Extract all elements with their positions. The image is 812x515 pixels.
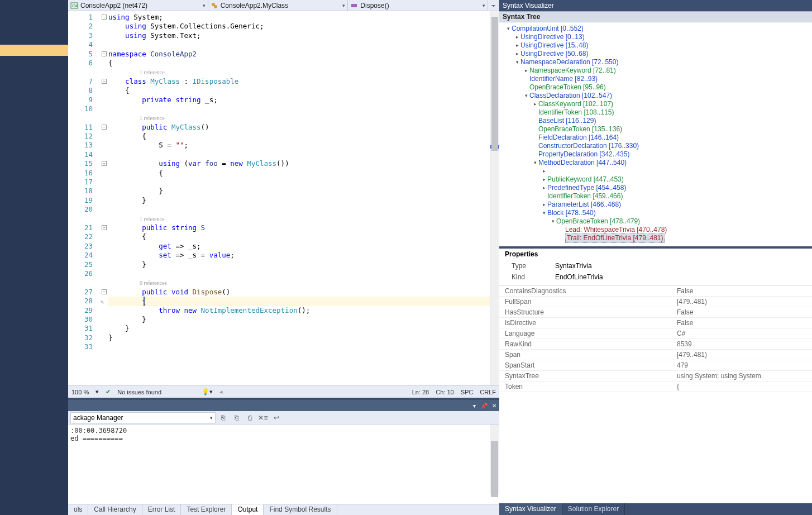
- check-icon: ✔: [106, 388, 111, 395]
- tree-node[interactable]: ▸UsingDirective [50..68): [500, 50, 812, 58]
- panel-title: Syntax Visualizer: [499, 0, 812, 11]
- member-dropdown[interactable]: Dispose() ▾: [348, 0, 488, 11]
- bottom-tab[interactable]: Find Symbol Results: [264, 504, 337, 515]
- tree-node[interactable]: ▸UsingDirective [0..13): [500, 33, 812, 41]
- chevron-down-icon: ▾: [342, 3, 345, 8]
- tree-node[interactable]: ▾Block [478..540): [500, 209, 812, 217]
- tree-node[interactable]: IdentifierToken [108..115): [500, 108, 812, 117]
- tree-node[interactable]: BaseList [116..129): [500, 117, 812, 125]
- properties-grid[interactable]: ContainsDiagnosticsFalseFullSpan[479..48…: [499, 285, 812, 503]
- output-toolbar-button[interactable]: ⎘: [217, 412, 229, 423]
- property-row[interactable]: SpanStart479: [499, 360, 812, 371]
- fold-toggle[interactable]: −: [102, 79, 107, 84]
- right-panel-tab[interactable]: Syntax Visualizer: [499, 503, 562, 515]
- word-wrap-button[interactable]: ↩: [270, 412, 283, 423]
- svg-rect-4: [351, 4, 357, 7]
- tree-node[interactable]: OpenBraceToken [95..96): [500, 83, 812, 92]
- output-content[interactable]: :00:00.3698720ed ==========: [68, 425, 499, 504]
- code-area[interactable]: using System; using System.Collections.G…: [108, 11, 490, 385]
- bottom-tab[interactable]: ols: [68, 504, 88, 515]
- tree-node[interactable]: ▸ParameterList [466..468): [500, 201, 812, 209]
- project-dropdown[interactable]: C# ConsoleApp2 (net472) ▾: [68, 0, 208, 11]
- property-row[interactable]: FullSpan[479..481): [499, 297, 812, 307]
- split-icon: ⫟: [490, 2, 497, 9]
- chevron-down-icon: ▾: [210, 415, 213, 421]
- tree-node[interactable]: ▸: [500, 167, 812, 175]
- property-row[interactable]: RawKind8539: [499, 339, 812, 350]
- scrollbar-thumb[interactable]: [491, 441, 498, 497]
- fold-toggle[interactable]: −: [102, 289, 107, 294]
- close-icon[interactable]: ✕: [489, 403, 499, 409]
- csharp-project-icon: C#: [70, 2, 78, 9]
- zoom-level[interactable]: 100 %: [71, 389, 89, 395]
- tree-node[interactable]: OpenBraceToken [135..136): [500, 125, 812, 133]
- class-dropdown[interactable]: ConsoleApp2.MyClass ▾: [208, 0, 348, 11]
- fold-toggle[interactable]: −: [102, 161, 107, 166]
- property-row[interactable]: SyntaxTreeusing System; using System: [499, 371, 812, 382]
- pin-icon[interactable]: 📌: [479, 403, 489, 409]
- property-row[interactable]: ContainsDiagnosticsFalse: [499, 286, 812, 297]
- output-scrollbar[interactable]: [490, 425, 499, 494]
- fold-toggle[interactable]: −: [102, 15, 107, 20]
- lineending-indicator: CRLF: [480, 389, 496, 395]
- syntax-tree[interactable]: ▾CompilationUnit [0..552)▸UsingDirective…: [499, 22, 812, 246]
- window-menu-icon[interactable]: ▾: [469, 403, 479, 409]
- fold-toggle[interactable]: −: [102, 51, 107, 56]
- bottom-tab-strip: olsCall HierarchyError ListTest Explorer…: [68, 504, 499, 515]
- bottom-tab[interactable]: Test Explorer: [181, 504, 232, 515]
- tree-node[interactable]: ▾NamespaceDeclaration [72..550): [500, 58, 812, 66]
- property-row[interactable]: Span[479..481): [499, 350, 812, 360]
- navigation-bar: C# ConsoleApp2 (net472) ▾ ConsoleApp2.My…: [68, 0, 499, 11]
- tree-node[interactable]: PropertyDeclaration [342..435): [500, 150, 812, 159]
- svg-point-3: [214, 5, 217, 8]
- fold-toggle[interactable]: −: [102, 225, 107, 230]
- tree-node[interactable]: ConstructorDeclaration [176..330): [500, 142, 812, 150]
- split-button[interactable]: ⫟: [488, 0, 499, 11]
- right-panel-tab[interactable]: Solution Explorer: [562, 503, 625, 515]
- output-source-dropdown[interactable]: ackage Manager ▾: [70, 412, 216, 423]
- fold-gutter: −−−−−−−: [101, 11, 108, 385]
- syntax-visualizer-panel: Syntax Visualizer Syntax Tree ▾Compilati…: [499, 0, 812, 515]
- issues-text: No issues found: [117, 389, 161, 395]
- properties-header: Properties: [499, 246, 812, 258]
- tree-node[interactable]: Lead: WhitespaceTrivia [470..478): [500, 226, 812, 234]
- tree-node[interactable]: ▾CompilationUnit [0..552): [500, 25, 812, 33]
- left-margin: [0, 0, 68, 515]
- editor-scrollbar[interactable]: [490, 11, 499, 385]
- tree-node[interactable]: FieldDeclaration [146..164): [500, 133, 812, 142]
- bottom-tab[interactable]: Call Hierarchy: [88, 504, 142, 515]
- output-panel: ▾ 📌 ✕ ackage Manager ▾ ⎘ ⎗ ⎙ ✕≡ ↩ :00:00…: [68, 398, 499, 515]
- output-toolbar-button[interactable]: ⎗: [230, 412, 242, 423]
- fold-toggle[interactable]: −: [102, 125, 107, 130]
- tree-node[interactable]: Trail: EndOfLineTrivia [479..481): [500, 234, 812, 242]
- chevron-down-icon: ▾: [483, 3, 485, 8]
- tree-node[interactable]: ▸PublicKeyword [447..453): [500, 175, 812, 184]
- tree-node[interactable]: ▸ClassKeyword [102..107): [500, 100, 812, 108]
- tree-node[interactable]: IdentifierToken [459..466): [500, 192, 812, 201]
- property-row[interactable]: IsDirectiveFalse: [499, 318, 812, 328]
- svg-text:C#: C#: [72, 3, 78, 8]
- clear-all-button[interactable]: ✕≡: [257, 412, 269, 423]
- chevron-down-icon: ▾: [203, 3, 206, 8]
- syntax-tree-header: Syntax Tree: [499, 11, 812, 22]
- output-source-label: ackage Manager: [73, 414, 123, 422]
- bottom-tab[interactable]: Error List: [142, 504, 181, 515]
- tree-node[interactable]: ▾MethodDeclaration [447..540): [500, 159, 812, 167]
- tree-node[interactable]: ▾ClassDeclaration [102..547): [500, 92, 812, 100]
- tree-node[interactable]: ▸NamespaceKeyword [72..81): [500, 66, 812, 75]
- tree-node[interactable]: ▸UsingDirective [15..48): [500, 41, 812, 50]
- lightbulb-icon[interactable]: 💡▾: [202, 388, 213, 395]
- output-toolbar: ackage Manager ▾ ⎘ ⎗ ⎙ ✕≡ ↩: [68, 411, 499, 425]
- tree-node[interactable]: IdentifierName [82..93): [500, 75, 812, 83]
- output-toolbar-button[interactable]: ⎙: [243, 412, 256, 423]
- left-highlight: [0, 45, 68, 56]
- property-row[interactable]: LanguageC#: [499, 328, 812, 339]
- scrollbar-thumb[interactable]: [491, 17, 498, 151]
- method-icon: [350, 2, 358, 9]
- code-editor[interactable]: 1234567891011121314151617181920212223242…: [68, 11, 499, 385]
- property-row[interactable]: Token{: [499, 382, 812, 392]
- bottom-tab[interactable]: Output: [232, 504, 264, 515]
- tree-node[interactable]: ▾OpenBraceToken [478..479): [500, 217, 812, 226]
- property-row[interactable]: HasStructureFalse: [499, 307, 812, 318]
- tree-node[interactable]: ▸PredefinedType [454..458): [500, 184, 812, 192]
